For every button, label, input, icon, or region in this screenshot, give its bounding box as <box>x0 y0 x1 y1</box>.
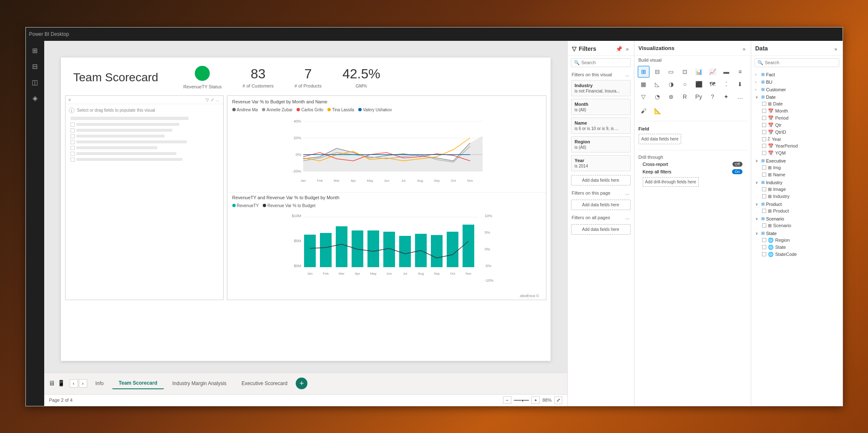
viz-icon-multirow[interactable]: ⊡ <box>679 66 691 78</box>
viz-icon-scatter[interactable]: ⁚ <box>720 78 732 90</box>
bar-feb[interactable] <box>320 233 332 267</box>
desktop-icon[interactable]: 🖥 <box>48 380 55 387</box>
tree-group-industry-header[interactable]: ∨ ⊞ Industry <box>754 179 840 186</box>
viz-icon-stacked[interactable]: ▦ <box>638 78 649 90</box>
bar-oct[interactable] <box>447 232 458 267</box>
viz-icon-gauge[interactable]: ◔ <box>652 91 663 103</box>
add-field-button[interactable]: Add data fields here <box>639 134 682 144</box>
tree-group-product-header[interactable]: ∨ ⊞ Product <box>754 201 840 208</box>
viz-icon-treemap[interactable]: ⬛ <box>693 78 704 90</box>
tree-item-date-year[interactable]: ΣYear <box>760 136 840 143</box>
viz-icon-funnel[interactable]: ▽ <box>638 91 649 103</box>
bar-apr[interactable] <box>352 230 363 267</box>
viz-icon-donut[interactable]: ○ <box>679 78 691 90</box>
tree-item-date-period[interactable]: 📅Period <box>760 115 840 122</box>
tree-group-bu-header[interactable]: › ⊞ BU <box>754 79 840 85</box>
filters-pin-button[interactable]: 📌 <box>615 45 623 53</box>
tree-item-industry-image[interactable]: ⊞Image <box>760 186 840 193</box>
add-data-all-button[interactable]: Add data fields here <box>571 224 631 235</box>
bar-jul[interactable] <box>399 236 411 267</box>
tab-team-scorecard[interactable]: Team Scorecard <box>112 378 164 389</box>
keep-filters-toggle[interactable]: On <box>732 169 742 174</box>
tree-item-date-date[interactable]: ⊞Date <box>760 100 840 108</box>
expand-icon[interactable]: ⤢ <box>211 98 214 102</box>
placeholder-chart[interactable]: ≡ ▽ ⤢ … i Select or drag fiel <box>65 95 224 300</box>
filters-visual-more[interactable]: … <box>625 72 630 77</box>
bar-mar[interactable] <box>336 226 347 267</box>
data-search[interactable]: 🔍 <box>755 58 839 67</box>
viz-icon-matrix[interactable]: ⊟ <box>652 66 663 78</box>
sidebar-icon-home[interactable]: ⊞ <box>28 44 42 58</box>
filters-expand-button[interactable]: » <box>625 45 629 53</box>
bar-jan[interactable] <box>304 235 316 267</box>
viz-icon-card[interactable]: ▭ <box>665 66 677 78</box>
tree-item-date-month[interactable]: 📅Month <box>760 108 840 115</box>
tree-group-fact-header[interactable]: › ⊞ Fact <box>754 71 840 78</box>
filter-card-name[interactable]: Name is 6 or is 10 or is 9, is ... <box>571 118 631 134</box>
filter-card-industry[interactable]: Industry is not Financial, Insura... <box>571 80 631 96</box>
tab-industry-margin[interactable]: Industry Margin Analysis <box>166 378 233 389</box>
fit-page-button[interactable]: ⤢ <box>554 396 562 404</box>
bar-nov[interactable] <box>463 225 474 267</box>
tree-item-exec-img[interactable]: ⊞Img <box>760 164 840 171</box>
viz-analytics-icon[interactable]: 📐 <box>652 105 664 117</box>
filter-icon[interactable]: ▽ <box>206 98 209 102</box>
viz-format-icon[interactable]: 🖌 <box>638 105 649 117</box>
filters-search-input[interactable] <box>581 60 628 65</box>
data-search-input[interactable] <box>765 60 836 65</box>
nav-next[interactable]: › <box>79 379 87 388</box>
add-data-visual-button[interactable]: Add data fields here <box>571 175 631 185</box>
data-expand-button[interactable]: » <box>833 45 838 53</box>
add-drill-button[interactable]: Add drill-through fields here <box>643 177 699 187</box>
sidebar-icon-table[interactable]: ⊟ <box>28 60 42 73</box>
more-icon[interactable]: … <box>216 98 220 102</box>
cross-report-toggle[interactable]: Off <box>732 162 742 167</box>
sidebar-icon-dax[interactable]: ◈ <box>28 92 42 105</box>
viz-icon-map[interactable]: 🗺 <box>707 78 718 90</box>
filters-search[interactable]: 🔍 <box>571 58 631 67</box>
filters-page-more[interactable]: … <box>625 190 630 195</box>
viz-icon-linechart[interactable]: 📈 <box>707 66 718 78</box>
viz-expand-button[interactable]: » <box>742 45 746 53</box>
nav-prev[interactable]: ‹ <box>70 379 78 388</box>
tree-group-state-header[interactable]: ∨ ⊞ State <box>754 230 840 237</box>
viz-icon-qna[interactable]: ? <box>707 91 718 103</box>
viz-icon-table[interactable]: ⊞ <box>638 66 649 78</box>
add-data-page-button[interactable]: Add data fields here <box>571 200 631 210</box>
viz-icon-kpi[interactable]: 📊 <box>693 66 704 78</box>
tree-group-date-header[interactable]: ∨ ⊞ Date <box>754 94 840 100</box>
tree-item-date-qtrid[interactable]: 📅QtrID <box>760 129 840 136</box>
filter-card-region[interactable]: Region is (All) <box>571 136 631 153</box>
tab-info[interactable]: Info <box>89 378 111 389</box>
viz-icon-ai[interactable]: ✦ <box>720 91 732 103</box>
viz-icon-area[interactable]: ◺ <box>652 78 663 90</box>
tree-item-date-yqm[interactable]: 📅YQM <box>760 150 840 157</box>
viz-icon-waterfall[interactable]: ⬇ <box>734 78 746 90</box>
zoom-out-button[interactable]: − <box>503 396 511 404</box>
tree-item-scenario[interactable]: ⊞Scenario <box>760 222 840 229</box>
viz-icon-pie[interactable]: ◑ <box>665 78 677 90</box>
tree-item-date-yearperiod[interactable]: 📅YearPeriod <box>760 143 840 150</box>
tree-item-statecode[interactable]: 🌐StateCode <box>760 251 840 258</box>
viz-icon-barchart[interactable]: ▬ <box>720 66 732 78</box>
tree-item-state[interactable]: 🌐State <box>760 244 840 251</box>
bar-may[interactable] <box>367 230 379 267</box>
viz-icon-python[interactable]: Py <box>693 91 704 103</box>
zoom-in-button[interactable]: + <box>531 396 540 404</box>
tree-item-product[interactable]: ⊞Product <box>760 208 840 215</box>
tree-item-date-qtr[interactable]: 📅Qtr <box>760 122 840 129</box>
tree-group-executive-header[interactable]: ∨ ⊞ Executive <box>754 158 840 164</box>
filter-card-month[interactable]: Month is (All) <box>571 99 631 115</box>
tree-item-region[interactable]: 🌐Region <box>760 237 840 244</box>
tablet-icon[interactable]: 📱 <box>58 380 65 387</box>
bar-sep[interactable] <box>431 235 443 267</box>
tree-group-scenario-header[interactable]: ∨ ⊞ Scenario <box>754 215 840 222</box>
filter-card-year[interactable]: Year is 2014 <box>571 155 631 171</box>
tab-executive-scorecard[interactable]: Executive Scorecard <box>235 378 294 389</box>
viz-icon-clustered[interactable]: ≡ <box>734 66 746 78</box>
filters-all-more[interactable]: … <box>625 215 630 220</box>
sidebar-icon-model[interactable]: ◫ <box>28 76 42 89</box>
viz-icon-slicer[interactable]: ⊛ <box>665 91 677 103</box>
tree-item-exec-name[interactable]: ⊞Name <box>760 171 840 178</box>
tree-item-industry-industry[interactable]: ⊞Industry <box>760 193 840 200</box>
